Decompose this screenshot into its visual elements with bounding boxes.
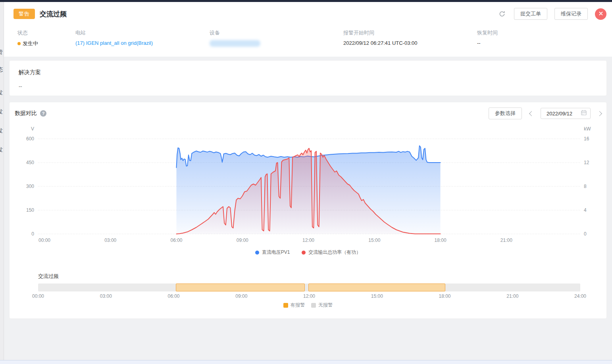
timeline-alarm-label: 交流过频 — [38, 273, 59, 280]
clipped-menu-glyph: 管 — [0, 49, 3, 56]
svg-text:12: 12 — [584, 160, 589, 165]
alarm-period-segment — [308, 284, 446, 291]
help-icon[interactable]: ? — [40, 110, 46, 117]
svg-text:V: V — [31, 126, 34, 132]
solution-value: -- — [19, 83, 597, 89]
meta-field-recovery: 恢复时间 -- — [477, 29, 606, 47]
timeline-legend: 有报警无报警 — [10, 302, 606, 308]
calendar-icon — [581, 109, 587, 117]
warning-badge: 警告 — [13, 9, 35, 19]
svg-text:8: 8 — [584, 184, 587, 189]
maintenance-record-button[interactable]: 维保记录 — [554, 8, 588, 20]
panel-body: 解决方案 -- 数据对比 ? 参数选择 2022/09/12 — [4, 57, 612, 364]
solution-card: 解决方案 -- — [9, 60, 607, 96]
legend-label: 交流输出总功率（有功） — [308, 249, 361, 256]
svg-text:450: 450 — [26, 160, 34, 165]
recovery-time-value: -- — [477, 40, 606, 46]
legend-label: 直流电压PV1 — [262, 249, 290, 256]
background-page-sliver: 管态发发发发 — [0, 2, 4, 360]
timeline-hour-label: 21:00 — [506, 293, 518, 299]
timeline-hour-label: 03:00 — [100, 293, 112, 299]
alarm-detail-panel: 警告 交流过频 提交工单 维保记录 — [4, 2, 612, 360]
meta-field-alarm-start: 报警开始时间 2022/09/12 06:27:41 UTC-03:00 — [343, 29, 477, 47]
device-name-redacted — [210, 40, 260, 47]
data-comparison-card: 数据对比 ? 参数选择 2022/09/12 — [9, 102, 607, 319]
svg-text:150: 150 — [26, 207, 34, 213]
solution-title: 解决方案 — [19, 69, 597, 76]
status-value: 发生中 — [17, 40, 75, 47]
submit-ticket-button[interactable]: 提交工单 — [514, 8, 547, 20]
close-button[interactable] — [595, 8, 606, 20]
alarm-period-segment — [176, 284, 304, 291]
timeline-hour-label: 06:00 — [167, 293, 179, 299]
legend-swatch-icon — [283, 303, 288, 308]
alarm-start-value: 2022/09/12 06:27:41 UTC-03:00 — [343, 40, 477, 46]
timeline-legend-item: 有报警 — [283, 302, 305, 308]
parameter-select-button[interactable]: 参数选择 — [489, 107, 522, 119]
date-value: 2022/09/12 — [547, 111, 581, 117]
svg-text:12:00: 12:00 — [302, 238, 314, 243]
timeline-hour-label: 18:00 — [439, 293, 450, 299]
svg-text:06:00: 06:00 — [171, 238, 183, 243]
meta-field-device: 设备 — [210, 29, 343, 47]
recovery-time-label: 恢复时间 — [477, 29, 606, 36]
clipped-menu-glyph: 发 — [0, 108, 3, 115]
clipped-menu-glyph: 态 — [0, 66, 3, 73]
previous-day-icon[interactable] — [529, 111, 534, 116]
meta-field-status: 状态 发生中 — [17, 29, 75, 47]
timeline-hour-label: 00:00 — [32, 293, 44, 299]
page-title: 交流过频 — [40, 10, 67, 19]
alarm-header-section: 警告 交流过频 提交工单 维保记录 — [4, 2, 612, 57]
comparison-title: 数据对比 — [15, 110, 37, 117]
plant-link[interactable]: (17) IGEN plant_all on grid(Brazil) — [75, 40, 153, 46]
clipped-menu-glyph: 发 — [0, 127, 3, 134]
legend-item[interactable]: 交流输出总功率（有功） — [302, 249, 361, 256]
svg-text:16: 16 — [584, 136, 589, 142]
status-dot-icon — [17, 42, 21, 45]
svg-text:18:00: 18:00 — [435, 238, 446, 243]
clipped-menu-glyph: 发 — [0, 146, 3, 153]
legend-dot-icon — [302, 251, 306, 255]
timeline-hour-label: 15:00 — [371, 293, 383, 299]
date-picker[interactable]: 2022/09/12 — [541, 108, 591, 119]
status-label: 状态 — [17, 29, 75, 36]
svg-text:00:00: 00:00 — [38, 238, 50, 243]
svg-text:09:00: 09:00 — [237, 238, 248, 243]
timeline-legend-label: 无报警 — [318, 302, 333, 308]
timeline-hour-label: 09:00 — [235, 293, 247, 299]
timeline-hour-ticks: 00:0003:0006:0009:0012:0015:0018:0021:00… — [38, 293, 580, 300]
next-day-icon[interactable] — [597, 111, 602, 116]
timeline-hour-label: 12:00 — [303, 293, 315, 299]
svg-text:03:00: 03:00 — [104, 238, 116, 243]
svg-text:0: 0 — [584, 231, 587, 237]
comparison-chart-canvas[interactable]: 60016450123008150400VkW00:0003:0006:0009… — [10, 124, 607, 245]
legend-swatch-icon — [311, 303, 316, 308]
svg-text:300: 300 — [26, 184, 34, 189]
alarm-meta-row: 状态 发生中 电站 (17) IGEN plant_all on grid(Br… — [13, 20, 606, 47]
timeline-legend-label: 有报警 — [291, 302, 305, 308]
svg-text:15:00: 15:00 — [368, 238, 380, 243]
svg-text:21:00: 21:00 — [500, 238, 512, 243]
svg-text:4: 4 — [584, 207, 587, 213]
window-bottom-edge — [0, 360, 612, 364]
close-icon — [598, 11, 604, 17]
device-label: 设备 — [210, 29, 343, 36]
svg-text:600: 600 — [26, 136, 34, 142]
clipped-menu-glyph: 发 — [0, 89, 3, 96]
chart-legend: 直流电压PV1交流输出总功率（有功） — [10, 249, 606, 256]
timeline-legend-item: 无报警 — [311, 302, 333, 308]
alarm-timeline-bar — [38, 284, 580, 291]
timeline-hour-label: 24:00 — [574, 293, 586, 299]
alarm-start-label: 报警开始时间 — [343, 29, 477, 36]
meta-field-plant: 电站 (17) IGEN plant_all on grid(Brazil) — [75, 29, 210, 47]
legend-dot-icon — [255, 251, 259, 255]
plant-label: 电站 — [75, 29, 210, 36]
svg-text:kW: kW — [584, 126, 591, 132]
refresh-icon[interactable] — [498, 10, 506, 18]
legend-item[interactable]: 直流电压PV1 — [255, 249, 290, 256]
svg-text:0: 0 — [31, 231, 34, 237]
